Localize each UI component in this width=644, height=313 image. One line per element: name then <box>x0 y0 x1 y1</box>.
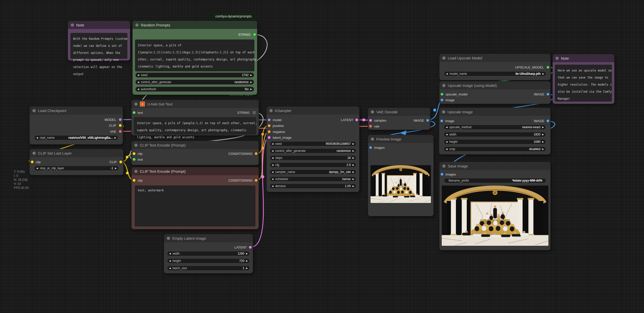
arrow-left-icon[interactable]: ◀ <box>272 164 273 166</box>
arrow-right-icon[interactable]: ▶ <box>542 148 544 150</box>
input-vae[interactable] <box>369 125 372 128</box>
arrow-left-icon[interactable]: ◀ <box>446 148 448 150</box>
arrow-left-icon[interactable]: ◀ <box>36 136 38 139</box>
output-vae[interactable] <box>119 130 122 133</box>
arrow-left-icon[interactable]: ◀ <box>446 141 448 143</box>
input-negative[interactable] <box>268 130 271 133</box>
arrow-left-icon[interactable]: ◀ <box>446 73 448 75</box>
widget-model-name[interactable]: ◀ model_name 4x-UltraSharp.pth ▶ <box>444 71 546 76</box>
arrow-left-icon[interactable]: ◀ <box>446 133 448 136</box>
node-preview-image[interactable]: Preview Image images <box>368 135 433 216</box>
arrow-right-icon[interactable]: ▶ <box>352 143 354 145</box>
output-clip[interactable] <box>119 124 122 127</box>
arrow-left-icon[interactable]: ◀ <box>272 143 273 145</box>
widget-width[interactable]: ◀ width 1920 ▶ <box>444 132 546 137</box>
widget-filename-prefix[interactable]: filename_prefix %date:yyyy-MM-dd% <box>444 178 546 183</box>
arrow-right-icon[interactable]: ▶ <box>352 150 354 152</box>
node-vae-decode[interactable]: VAE Decode samples vae IMAGE <box>368 108 430 130</box>
input-images[interactable] <box>369 146 372 149</box>
input-upscale-model[interactable] <box>441 93 444 96</box>
arrow-left-icon[interactable]: ◀ <box>36 167 38 169</box>
node-random-prompts[interactable]: Random Prompts STRING Interior space, a … <box>133 21 257 95</box>
node-load-upscale-model[interactable]: Load Upscale Model UPSCALE_MODEL ◀ model… <box>439 54 550 80</box>
collapse-dot[interactable] <box>135 23 139 27</box>
output-conditioning[interactable] <box>255 179 258 182</box>
node-load-checkpoint[interactable]: Load Checkpoint MODEL CLIP VAE ◀ ckpt_na… <box>30 107 123 144</box>
output-model[interactable] <box>119 118 122 121</box>
arrow-right-icon[interactable]: ▶ <box>542 73 544 75</box>
note-textarea[interactable]: With the Random Prompts (custom node) we… <box>71 33 127 58</box>
input-text[interactable] <box>133 158 136 161</box>
grid-icon[interactable] <box>253 111 256 114</box>
input-text[interactable] <box>133 111 136 114</box>
node-upscale-image-using-model[interactable]: Upscale Image (using Model) upscale_mode… <box>439 81 550 104</box>
widget-crop[interactable]: ◀ crop disabled ▶ <box>444 147 546 152</box>
arrow-right-icon[interactable]: ▶ <box>246 260 248 262</box>
output-string[interactable] <box>253 33 256 36</box>
widget-control-after-generate[interactable]: ◀ control_after_generate randomize ▶ <box>270 148 356 153</box>
collapse-dot[interactable] <box>371 137 374 141</box>
node-upscale-image[interactable]: Upscale Image image IMAGE ◀ upscale_meth… <box>439 108 550 154</box>
widget-stop-at-clip-layer[interactable]: ◀ stop_at_clip_layer -1 ▶ <box>34 166 119 171</box>
arrow-right-icon[interactable]: ▶ <box>352 157 354 159</box>
arrow-right-icon[interactable]: ▶ <box>352 185 354 187</box>
widget-cfg[interactable]: ◀ cfg 2.5 ▶ <box>270 162 356 167</box>
arrow-right-icon[interactable]: ▶ <box>114 136 116 139</box>
collapse-dot[interactable] <box>269 109 273 112</box>
arrow-right-icon[interactable]: ▶ <box>352 178 354 180</box>
node-unai-get-text[interactable]: ✳ U-NAI Get Text text STRING Interior sp… <box>132 100 259 135</box>
input-positive[interactable] <box>268 124 271 127</box>
input-images[interactable] <box>441 173 444 176</box>
collapse-dot[interactable] <box>32 109 36 112</box>
arrow-right-icon[interactable]: ▶ <box>246 252 248 255</box>
arrow-left-icon[interactable]: ◀ <box>169 252 171 255</box>
collapse-dot[interactable] <box>371 110 374 114</box>
collapse-dot[interactable] <box>555 57 559 60</box>
node-clip-text-encode-positive[interactable]: CLIP Text Encode (Prompt) clip text COND… <box>132 141 259 165</box>
note-textarea[interactable]: Here we use an upscale model so that we … <box>555 65 612 101</box>
collapse-dot[interactable] <box>442 84 446 87</box>
arrow-right-icon[interactable]: ▶ <box>250 88 252 90</box>
widget-seed[interactable]: ◀ seed 950036391188657 ▶ <box>270 141 356 146</box>
output-image[interactable] <box>426 119 429 122</box>
output-latent[interactable] <box>249 246 252 249</box>
input-clip[interactable] <box>133 152 136 155</box>
arrow-left-icon[interactable]: ◀ <box>272 157 273 159</box>
arrow-right-icon[interactable]: ▶ <box>250 81 252 83</box>
node-empty-latent-image[interactable]: Empty Latent Image LATENT ◀ width 1280 ▶… <box>164 234 253 273</box>
arrow-right-icon[interactable]: ▶ <box>115 167 117 169</box>
prompt-textarea[interactable]: Interior space, a pile of {(people:1.2)|… <box>135 40 254 71</box>
arrow-left-icon[interactable]: ◀ <box>169 260 171 262</box>
widget-sampler-name[interactable]: ◀ sampler_name dpmpp_2m_sde ▶ <box>270 169 356 175</box>
arrow-right-icon[interactable]: ▶ <box>246 267 248 269</box>
widget-control-after-generate[interactable]: ◀ control_after_generate randomize ▶ <box>135 80 254 85</box>
collapse-dot[interactable] <box>442 56 446 60</box>
widget-width[interactable]: ◀ width 1280 ▶ <box>167 251 250 256</box>
input-samples[interactable] <box>369 119 372 122</box>
input-clip[interactable] <box>133 179 136 182</box>
arrow-right-icon[interactable]: ▶ <box>352 164 354 166</box>
arrow-left-icon[interactable]: ◀ <box>137 74 139 76</box>
input-clip[interactable] <box>31 161 34 163</box>
output-clip[interactable] <box>119 161 122 163</box>
input-latent-image[interactable] <box>268 136 271 139</box>
widget-height[interactable]: ◀ height 1080 ▶ <box>444 139 546 144</box>
collapse-dot[interactable] <box>71 23 74 27</box>
collapse-dot[interactable] <box>32 152 36 155</box>
widget-scheduler[interactable]: ◀ scheduler karras ▶ <box>270 177 356 182</box>
arrow-left-icon[interactable]: ◀ <box>446 126 448 128</box>
output-upscale-model[interactable] <box>547 66 549 69</box>
arrow-right-icon[interactable]: ▶ <box>542 133 544 136</box>
output-latent[interactable] <box>355 119 358 121</box>
widget-steps[interactable]: ◀ steps 18 ▶ <box>270 155 356 160</box>
collapse-dot[interactable] <box>134 144 138 147</box>
widget-upscale-method[interactable]: ◀ upscale_method nearest-exact ▶ <box>444 125 546 130</box>
arrow-left-icon[interactable]: ◀ <box>272 150 273 152</box>
arrow-right-icon[interactable]: ▶ <box>542 126 544 128</box>
node-save-image[interactable]: Save Image images filename_prefix %date:… <box>439 162 550 250</box>
output-image[interactable] <box>547 120 549 122</box>
input-image[interactable] <box>441 99 444 101</box>
widget-batch-size[interactable]: ◀ batch_size 1 ▶ <box>167 266 250 271</box>
input-image[interactable] <box>440 120 443 122</box>
output-conditioning[interactable] <box>255 152 258 155</box>
